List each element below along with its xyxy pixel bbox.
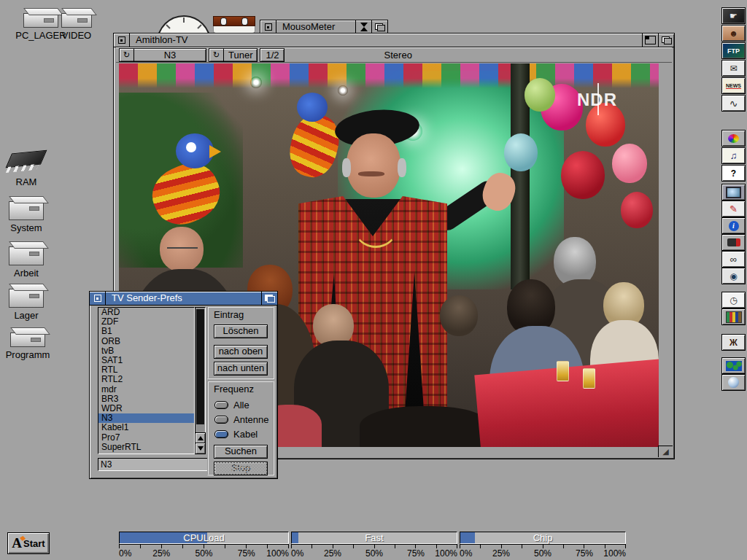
resize-gadget[interactable]: ◢ <box>658 446 673 457</box>
dock-monitor-icon[interactable] <box>721 184 746 201</box>
channel-cycle-gadget[interactable]: ↻ N3 <box>119 48 206 62</box>
beer-glass <box>583 368 595 389</box>
radio-alle[interactable]: Alle <box>214 400 273 411</box>
channel-item[interactable]: ZDF <box>98 317 194 327</box>
crowd-head <box>440 295 478 336</box>
desktop-icon-programm[interactable]: Programm <box>0 327 55 360</box>
channel-item[interactable]: Kabel1 <box>98 423 194 432</box>
channel-item[interactable]: mdr <box>98 385 194 394</box>
meter-fast: Fast 0% 25% 50% 75% 100% <box>291 532 457 558</box>
dock-mail-icon[interactable]: ✉ <box>721 60 746 77</box>
window-title: MousoMeter <box>276 20 355 34</box>
desktop-icon-video[interactable]: VIDEO <box>55 7 98 41</box>
channel-name-input[interactable] <box>98 458 208 471</box>
scroll-down-button[interactable] <box>195 443 206 454</box>
crowd-body <box>360 406 491 447</box>
close-gadget[interactable] <box>260 20 276 34</box>
page-button[interactable]: 1/2 <box>260 48 285 62</box>
desktop-icon-ram[interactable]: RAM <box>0 152 53 187</box>
meter-scale: 0% 25% 50% 75% 100% <box>119 548 289 558</box>
radio-label: Alle <box>233 400 249 411</box>
dock-doc-clock-icon[interactable]: ◷ <box>721 292 746 308</box>
notepad-pin-icon <box>241 18 248 26</box>
tv-sender-prefs-window: TV Sender-Prefs ARD ZDF B1 ORB tvB SAT1 … <box>89 291 278 479</box>
dock-connect-icon[interactable]: ☛ <box>721 7 746 24</box>
depth-gadget[interactable] <box>371 20 387 34</box>
dock-bug-icon[interactable]: Ж <box>721 334 746 351</box>
dock-info-icon[interactable]: i <box>721 217 746 234</box>
dock-paint-icon[interactable] <box>721 130 746 147</box>
dock-edit-icon[interactable]: ✎ <box>721 201 746 217</box>
channel-item[interactable]: B1 <box>98 327 194 336</box>
audio-mode-label: Stereo <box>384 50 412 61</box>
icon-label: VIDEO <box>55 30 98 41</box>
radio-kabel[interactable]: Kabel <box>214 429 273 440</box>
amiga-desktop: { "desktop": { "icons_top": [ {"label": … <box>0 0 747 560</box>
dock-music-icon[interactable]: ♫ <box>721 147 746 164</box>
channel-item[interactable]: SuperRTL <box>98 443 194 452</box>
radio-label: Kabel <box>233 429 258 440</box>
desktop-icon-lager[interactable]: Lager <box>0 283 53 321</box>
dock-news-icon[interactable]: NEWS <box>721 77 746 94</box>
notepad-pin-icon <box>220 18 227 26</box>
radio-button[interactable] <box>214 401 228 409</box>
channel-item[interactable]: RTL2 <box>98 375 194 384</box>
dock-eye-icon[interactable]: ◉ <box>721 268 746 284</box>
channel-item[interactable]: ORB <box>98 337 194 346</box>
dock-books-icon[interactable] <box>721 308 746 325</box>
search-button[interactable]: Suchen <box>214 445 268 459</box>
radio-button-selected[interactable] <box>214 430 228 438</box>
balloon <box>561 151 605 199</box>
channel-item[interactable]: WDR <box>98 404 194 413</box>
entry-group-label: Eintrag <box>209 308 273 322</box>
close-gadget[interactable] <box>114 34 130 47</box>
mousometer-window[interactable]: MousoMeter <box>260 20 388 34</box>
tv-window-titlebar[interactable]: Amithlon-TV <box>114 34 674 47</box>
notepad-window[interactable] <box>213 16 255 34</box>
frequency-group: Frequenz Alle Antenne Kabel Suchen Stop <box>207 381 274 475</box>
meter-cpuload: CPULoad 0% 25% 50% 75% 100% <box>119 532 289 558</box>
radio-antenne[interactable]: Antenne <box>214 414 273 425</box>
start-button[interactable]: A Start <box>7 532 50 554</box>
disk-drive-icon <box>10 332 45 347</box>
disk-drive-icon <box>61 13 92 28</box>
zoom-gadget[interactable] <box>642 34 658 47</box>
icon-label: RAM <box>0 176 53 187</box>
icon-label: Arbeit <box>0 268 53 279</box>
stop-button[interactable]: Stop <box>214 462 268 475</box>
hard-drive-icon <box>9 246 44 265</box>
move-up-button[interactable]: nach oben <box>214 345 268 359</box>
delete-button[interactable]: Löschen <box>214 324 268 338</box>
move-down-button[interactable]: nach unten <box>214 362 268 376</box>
channel-list-scrollbar[interactable] <box>195 307 206 433</box>
balloon <box>525 78 555 112</box>
close-gadget[interactable] <box>90 292 106 305</box>
icon-label: System <box>0 222 53 233</box>
depth-gadget[interactable] <box>261 292 277 305</box>
dock-worldmap-icon[interactable] <box>721 357 746 374</box>
depth-gadget[interactable] <box>658 34 674 47</box>
prefs-titlebar[interactable]: TV Sender-Prefs <box>90 292 277 306</box>
dock-globe-icon[interactable] <box>721 374 746 391</box>
dock-audio-icon[interactable]: ∿ <box>721 95 746 112</box>
scrollbar-thumb[interactable] <box>196 309 204 424</box>
dock-ftp-icon[interactable]: FTP <box>721 42 746 59</box>
channel-item[interactable]: Pro7 <box>98 433 194 443</box>
dock-camera-icon[interactable] <box>721 234 746 251</box>
light-sparkle <box>338 85 348 96</box>
desktop-icon-arbeit[interactable]: Arbeit <box>0 241 53 279</box>
meter-label: Chip <box>460 532 625 543</box>
dock-face-icon[interactable]: ☻ <box>721 25 746 42</box>
channel-list[interactable]: ARD ZDF B1 ORB tvB SAT1 RTL RTL2 mdr BR3… <box>98 307 195 454</box>
meter-chip: Chip 0% 25% 50% 75% 100% <box>460 532 626 558</box>
source-cycle-gadget[interactable]: ↻ Tuner <box>209 48 258 62</box>
entry-group: Eintrag Löschen nach oben nach unten <box>207 306 274 379</box>
radio-label: Antenne <box>233 414 268 425</box>
iconify-gadget[interactable] <box>355 20 371 34</box>
window-title: Amithlon-TV <box>130 34 642 47</box>
desktop-icon-system[interactable]: System <box>0 195 53 233</box>
radio-button[interactable] <box>214 416 228 424</box>
dock-help-icon[interactable]: ? <box>721 165 746 182</box>
dock-glasses-icon[interactable]: ∞ <box>721 251 746 268</box>
sideburn <box>342 158 351 177</box>
